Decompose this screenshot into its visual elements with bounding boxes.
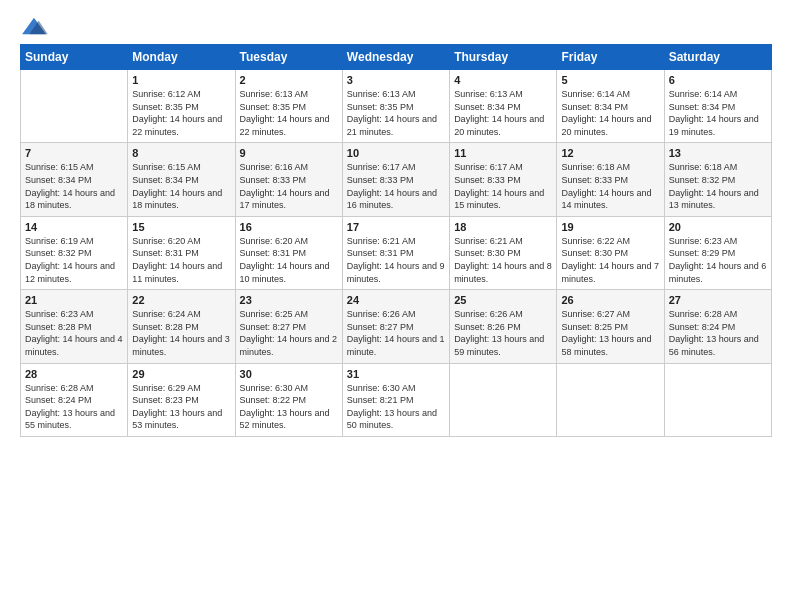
day-number: 27: [669, 294, 767, 306]
day-number: 4: [454, 74, 552, 86]
day-number: 30: [240, 368, 338, 380]
day-info: Sunrise: 6:18 AM Sunset: 8:33 PM Dayligh…: [561, 161, 659, 211]
day-cell: 9Sunrise: 6:16 AM Sunset: 8:33 PM Daylig…: [235, 143, 342, 216]
day-cell: 12Sunrise: 6:18 AM Sunset: 8:33 PM Dayli…: [557, 143, 664, 216]
day-number: 28: [25, 368, 123, 380]
day-number: 29: [132, 368, 230, 380]
week-row-4: 21Sunrise: 6:23 AM Sunset: 8:28 PM Dayli…: [21, 290, 772, 363]
day-number: 25: [454, 294, 552, 306]
day-number: 11: [454, 147, 552, 159]
day-cell: 16Sunrise: 6:20 AM Sunset: 8:31 PM Dayli…: [235, 216, 342, 289]
day-cell: 23Sunrise: 6:25 AM Sunset: 8:27 PM Dayli…: [235, 290, 342, 363]
header-row: SundayMondayTuesdayWednesdayThursdayFrid…: [21, 45, 772, 70]
day-info: Sunrise: 6:28 AM Sunset: 8:24 PM Dayligh…: [25, 382, 123, 432]
week-row-1: 1Sunrise: 6:12 AM Sunset: 8:35 PM Daylig…: [21, 70, 772, 143]
day-cell: 6Sunrise: 6:14 AM Sunset: 8:34 PM Daylig…: [664, 70, 771, 143]
day-cell: [557, 363, 664, 436]
col-header-wednesday: Wednesday: [342, 45, 449, 70]
day-info: Sunrise: 6:16 AM Sunset: 8:33 PM Dayligh…: [240, 161, 338, 211]
day-info: Sunrise: 6:18 AM Sunset: 8:32 PM Dayligh…: [669, 161, 767, 211]
day-info: Sunrise: 6:30 AM Sunset: 8:21 PM Dayligh…: [347, 382, 445, 432]
day-number: 3: [347, 74, 445, 86]
day-cell: 2Sunrise: 6:13 AM Sunset: 8:35 PM Daylig…: [235, 70, 342, 143]
day-cell: 3Sunrise: 6:13 AM Sunset: 8:35 PM Daylig…: [342, 70, 449, 143]
day-cell: 7Sunrise: 6:15 AM Sunset: 8:34 PM Daylig…: [21, 143, 128, 216]
day-info: Sunrise: 6:14 AM Sunset: 8:34 PM Dayligh…: [669, 88, 767, 138]
col-header-sunday: Sunday: [21, 45, 128, 70]
calendar-table: SundayMondayTuesdayWednesdayThursdayFrid…: [20, 44, 772, 437]
day-info: Sunrise: 6:20 AM Sunset: 8:31 PM Dayligh…: [132, 235, 230, 285]
day-number: 6: [669, 74, 767, 86]
day-cell: 19Sunrise: 6:22 AM Sunset: 8:30 PM Dayli…: [557, 216, 664, 289]
day-number: 31: [347, 368, 445, 380]
day-info: Sunrise: 6:21 AM Sunset: 8:31 PM Dayligh…: [347, 235, 445, 285]
day-cell: 29Sunrise: 6:29 AM Sunset: 8:23 PM Dayli…: [128, 363, 235, 436]
day-cell: [450, 363, 557, 436]
day-info: Sunrise: 6:17 AM Sunset: 8:33 PM Dayligh…: [454, 161, 552, 211]
day-cell: 1Sunrise: 6:12 AM Sunset: 8:35 PM Daylig…: [128, 70, 235, 143]
day-info: Sunrise: 6:26 AM Sunset: 8:27 PM Dayligh…: [347, 308, 445, 358]
header: [20, 16, 772, 38]
day-cell: 10Sunrise: 6:17 AM Sunset: 8:33 PM Dayli…: [342, 143, 449, 216]
day-cell: 8Sunrise: 6:15 AM Sunset: 8:34 PM Daylig…: [128, 143, 235, 216]
day-number: 23: [240, 294, 338, 306]
day-info: Sunrise: 6:21 AM Sunset: 8:30 PM Dayligh…: [454, 235, 552, 285]
day-number: 12: [561, 147, 659, 159]
day-number: 13: [669, 147, 767, 159]
day-info: Sunrise: 6:22 AM Sunset: 8:30 PM Dayligh…: [561, 235, 659, 285]
day-info: Sunrise: 6:27 AM Sunset: 8:25 PM Dayligh…: [561, 308, 659, 358]
week-row-5: 28Sunrise: 6:28 AM Sunset: 8:24 PM Dayli…: [21, 363, 772, 436]
day-info: Sunrise: 6:17 AM Sunset: 8:33 PM Dayligh…: [347, 161, 445, 211]
day-info: Sunrise: 6:14 AM Sunset: 8:34 PM Dayligh…: [561, 88, 659, 138]
day-cell: 25Sunrise: 6:26 AM Sunset: 8:26 PM Dayli…: [450, 290, 557, 363]
day-info: Sunrise: 6:23 AM Sunset: 8:29 PM Dayligh…: [669, 235, 767, 285]
day-cell: 5Sunrise: 6:14 AM Sunset: 8:34 PM Daylig…: [557, 70, 664, 143]
day-number: 16: [240, 221, 338, 233]
day-info: Sunrise: 6:12 AM Sunset: 8:35 PM Dayligh…: [132, 88, 230, 138]
day-number: 20: [669, 221, 767, 233]
week-row-2: 7Sunrise: 6:15 AM Sunset: 8:34 PM Daylig…: [21, 143, 772, 216]
col-header-thursday: Thursday: [450, 45, 557, 70]
day-info: Sunrise: 6:15 AM Sunset: 8:34 PM Dayligh…: [25, 161, 123, 211]
day-info: Sunrise: 6:13 AM Sunset: 8:34 PM Dayligh…: [454, 88, 552, 138]
day-number: 19: [561, 221, 659, 233]
day-cell: 13Sunrise: 6:18 AM Sunset: 8:32 PM Dayli…: [664, 143, 771, 216]
day-cell: 27Sunrise: 6:28 AM Sunset: 8:24 PM Dayli…: [664, 290, 771, 363]
day-cell: 4Sunrise: 6:13 AM Sunset: 8:34 PM Daylig…: [450, 70, 557, 143]
day-info: Sunrise: 6:20 AM Sunset: 8:31 PM Dayligh…: [240, 235, 338, 285]
day-number: 7: [25, 147, 123, 159]
day-number: 18: [454, 221, 552, 233]
day-cell: [21, 70, 128, 143]
day-cell: 11Sunrise: 6:17 AM Sunset: 8:33 PM Dayli…: [450, 143, 557, 216]
col-header-friday: Friday: [557, 45, 664, 70]
logo-icon: [20, 16, 48, 38]
day-cell: 20Sunrise: 6:23 AM Sunset: 8:29 PM Dayli…: [664, 216, 771, 289]
col-header-monday: Monday: [128, 45, 235, 70]
day-info: Sunrise: 6:23 AM Sunset: 8:28 PM Dayligh…: [25, 308, 123, 358]
day-info: Sunrise: 6:19 AM Sunset: 8:32 PM Dayligh…: [25, 235, 123, 285]
day-number: 17: [347, 221, 445, 233]
day-number: 5: [561, 74, 659, 86]
day-number: 26: [561, 294, 659, 306]
day-info: Sunrise: 6:24 AM Sunset: 8:28 PM Dayligh…: [132, 308, 230, 358]
day-info: Sunrise: 6:29 AM Sunset: 8:23 PM Dayligh…: [132, 382, 230, 432]
day-cell: 28Sunrise: 6:28 AM Sunset: 8:24 PM Dayli…: [21, 363, 128, 436]
day-number: 8: [132, 147, 230, 159]
day-info: Sunrise: 6:15 AM Sunset: 8:34 PM Dayligh…: [132, 161, 230, 211]
day-number: 1: [132, 74, 230, 86]
week-row-3: 14Sunrise: 6:19 AM Sunset: 8:32 PM Dayli…: [21, 216, 772, 289]
col-header-tuesday: Tuesday: [235, 45, 342, 70]
day-info: Sunrise: 6:30 AM Sunset: 8:22 PM Dayligh…: [240, 382, 338, 432]
day-cell: 14Sunrise: 6:19 AM Sunset: 8:32 PM Dayli…: [21, 216, 128, 289]
day-cell: 24Sunrise: 6:26 AM Sunset: 8:27 PM Dayli…: [342, 290, 449, 363]
day-number: 9: [240, 147, 338, 159]
day-cell: 15Sunrise: 6:20 AM Sunset: 8:31 PM Dayli…: [128, 216, 235, 289]
day-number: 10: [347, 147, 445, 159]
day-number: 2: [240, 74, 338, 86]
col-header-saturday: Saturday: [664, 45, 771, 70]
day-info: Sunrise: 6:28 AM Sunset: 8:24 PM Dayligh…: [669, 308, 767, 358]
day-cell: 31Sunrise: 6:30 AM Sunset: 8:21 PM Dayli…: [342, 363, 449, 436]
day-info: Sunrise: 6:13 AM Sunset: 8:35 PM Dayligh…: [240, 88, 338, 138]
day-cell: 22Sunrise: 6:24 AM Sunset: 8:28 PM Dayli…: [128, 290, 235, 363]
day-cell: 18Sunrise: 6:21 AM Sunset: 8:30 PM Dayli…: [450, 216, 557, 289]
